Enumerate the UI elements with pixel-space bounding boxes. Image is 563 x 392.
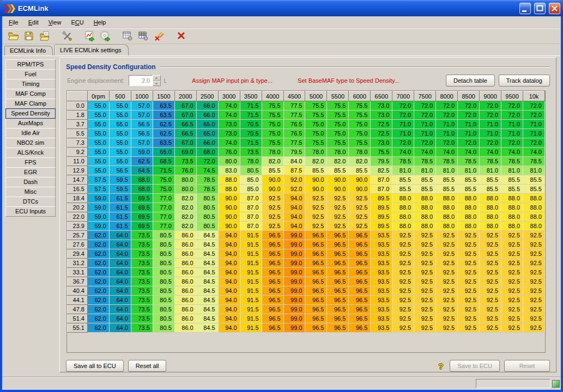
cell[interactable]: 92.5 — [458, 231, 480, 240]
cell[interactable]: 92.5 — [501, 323, 523, 333]
cell[interactable]: 96.5 — [262, 314, 283, 323]
cell[interactable]: 61.5 — [109, 194, 131, 203]
cell[interactable]: 99.0 — [283, 240, 305, 249]
cell[interactable]: 80.0 — [174, 175, 196, 185]
cell[interactable]: 90.0 — [305, 185, 327, 194]
cell[interactable]: 70.5 — [240, 120, 262, 129]
cell[interactable]: 85.5 — [523, 175, 545, 185]
cell[interactable]: 57.0 — [131, 101, 153, 111]
cell[interactable]: 72.0 — [436, 111, 458, 120]
cell[interactable]: 69.0 — [174, 148, 196, 157]
cell[interactable]: 64.0 — [109, 314, 131, 323]
cell[interactable]: 94.0 — [283, 212, 305, 222]
cell[interactable]: 75.5 — [305, 138, 327, 148]
cell[interactable]: 80.5 — [153, 314, 174, 323]
cell[interactable]: 96.5 — [262, 268, 283, 277]
cell[interactable]: 71.5 — [153, 166, 174, 175]
col-header-5000[interactable]: 5000 — [305, 91, 327, 101]
cell[interactable]: 78.5 — [436, 157, 458, 166]
cell[interactable]: 94.0 — [218, 249, 240, 259]
cell[interactable]: 88.0 — [414, 203, 436, 212]
cell[interactable]: 88.0 — [480, 203, 501, 212]
cell[interactable]: 96.5 — [305, 259, 327, 268]
cell[interactable]: 62.0 — [87, 286, 109, 296]
cell[interactable]: 91.5 — [240, 259, 262, 268]
row-header-51.4[interactable]: 51.4 — [68, 314, 88, 323]
cell[interactable]: 73.5 — [131, 296, 153, 305]
cell[interactable]: 55.0 — [109, 138, 131, 148]
cell[interactable]: 94.0 — [283, 194, 305, 203]
cell[interactable]: 77.5 — [283, 111, 305, 120]
cell[interactable]: 63.5 — [153, 138, 174, 148]
cell[interactable]: 78.5 — [523, 157, 545, 166]
cell[interactable]: 92.5 — [501, 277, 523, 286]
cell[interactable]: 94.0 — [218, 323, 240, 333]
delete-icon[interactable] — [174, 29, 189, 43]
cell[interactable]: 88.0 — [218, 185, 240, 194]
cell[interactable]: 88.0 — [458, 212, 480, 222]
cell[interactable]: 85.5 — [480, 185, 501, 194]
cell[interactable]: 99.0 — [283, 305, 305, 314]
cell[interactable]: 96.5 — [262, 296, 283, 305]
cell[interactable]: 92.5 — [480, 259, 501, 268]
cell[interactable]: 92.5 — [523, 296, 545, 305]
cell[interactable]: 71.0 — [414, 120, 436, 129]
cell[interactable]: 91.5 — [240, 286, 262, 296]
cell[interactable]: 75.5 — [349, 138, 371, 148]
cell[interactable]: 77.5 — [283, 138, 305, 148]
cell[interactable]: 88.0 — [436, 194, 458, 203]
cell[interactable]: 56.5 — [109, 166, 131, 175]
cell[interactable]: 96.5 — [327, 249, 349, 259]
cell[interactable]: 75.5 — [327, 111, 349, 120]
cell[interactable]: 62.0 — [87, 249, 109, 259]
menu-help[interactable]: Help — [89, 17, 111, 27]
cell[interactable]: 72.0 — [436, 101, 458, 111]
cell[interactable]: 72.0 — [392, 111, 414, 120]
cell[interactable]: 92.5 — [458, 296, 480, 305]
cell[interactable]: 76.5 — [283, 120, 305, 129]
cell[interactable]: 92.5 — [458, 259, 480, 268]
cell[interactable]: 63.5 — [153, 101, 174, 111]
cell[interactable]: 73.5 — [131, 286, 153, 296]
cell[interactable]: 81.0 — [523, 166, 545, 175]
cell[interactable]: 82.5 — [371, 166, 392, 175]
menu-ecu[interactable]: ECU — [66, 17, 88, 27]
cell[interactable]: 92.5 — [436, 323, 458, 333]
cell[interactable]: 94.0 — [218, 277, 240, 286]
cell[interactable]: 92.5 — [501, 268, 523, 277]
cell[interactable]: 92.5 — [458, 277, 480, 286]
cell[interactable]: 92.5 — [262, 203, 283, 212]
cell[interactable]: 82.0 — [349, 157, 371, 166]
cell[interactable]: 90.0 — [349, 185, 371, 194]
cell[interactable]: 67.0 — [174, 138, 196, 148]
row-header-11.0[interactable]: 11.0 — [68, 157, 88, 166]
cell[interactable]: 86.0 — [174, 323, 196, 333]
cell[interactable]: 96.5 — [327, 259, 349, 268]
cell[interactable]: 62.0 — [87, 296, 109, 305]
cell[interactable]: 92.5 — [501, 296, 523, 305]
cell[interactable]: 96.5 — [327, 314, 349, 323]
cell[interactable]: 80.5 — [153, 286, 174, 296]
cell[interactable]: 59.0 — [87, 222, 109, 231]
row-header-40.4[interactable]: 40.4 — [68, 286, 88, 296]
cell[interactable]: 92.5 — [523, 305, 545, 314]
cell[interactable]: 85.5 — [414, 185, 436, 194]
cell[interactable]: 80.5 — [153, 323, 174, 333]
cell[interactable]: 92.5 — [414, 259, 436, 268]
cell[interactable]: 75.5 — [262, 111, 283, 120]
cell[interactable]: 72.0 — [480, 138, 501, 148]
cell[interactable]: 92.5 — [480, 240, 501, 249]
cell[interactable]: 96.5 — [305, 286, 327, 296]
cell[interactable]: 92.5 — [523, 314, 545, 323]
cell[interactable]: 92.5 — [414, 249, 436, 259]
cell[interactable]: 63.5 — [153, 111, 174, 120]
cell[interactable]: 88.0 — [523, 212, 545, 222]
cell[interactable]: 94.0 — [218, 231, 240, 240]
cell[interactable]: 94.0 — [218, 268, 240, 277]
cell[interactable]: 81.0 — [480, 166, 501, 175]
cell[interactable]: 78.0 — [349, 148, 371, 157]
cell[interactable]: 86.0 — [174, 259, 196, 268]
cell[interactable]: 96.5 — [305, 323, 327, 333]
cell[interactable]: 92.5 — [501, 259, 523, 268]
cell[interactable]: 92.5 — [501, 249, 523, 259]
